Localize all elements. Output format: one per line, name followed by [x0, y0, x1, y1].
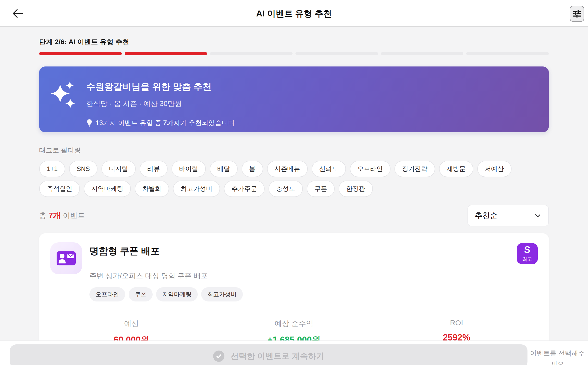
page-title: AI 이벤트 유형 추천	[0, 0, 588, 27]
event-tag: 오프라인	[89, 287, 125, 301]
event-title: 명함형 쿠폰 배포	[89, 245, 243, 257]
progress-segment-3	[210, 52, 293, 55]
lightbulb-icon	[86, 119, 93, 127]
contact-card-icon	[57, 251, 76, 265]
event-count-number: 7개	[49, 211, 61, 220]
chevron-down-icon	[534, 212, 541, 219]
filter-tag[interactable]: 저예산	[477, 161, 512, 177]
continue-button-label: 선택한 이벤트로 계속하기	[231, 351, 324, 362]
stat-label: 예산	[50, 319, 213, 329]
event-card-head: 명함형 쿠폰 배포 주변 상가/오피스 대상 명함 쿠폰 배포 오프라인 쿠폰 …	[50, 242, 538, 301]
header: AI 이벤트 유형 추천	[0, 0, 588, 27]
progress-segment-5	[381, 52, 464, 55]
progress-bar	[39, 52, 549, 55]
event-tag: 최고가성비	[201, 287, 243, 301]
filter-tag[interactable]: 추가주문	[224, 181, 265, 197]
main-content: 단계 2/6: AI 이벤트 유형 추천 수원왕갈비님을 위한 맞춤 추천 한식…	[0, 27, 588, 363]
filter-tag[interactable]: 시즌메뉴	[267, 161, 308, 177]
grade-label: 최고	[522, 256, 532, 262]
filter-label: 태그로 필터링	[39, 146, 549, 155]
event-tag: 지역마케팅	[156, 287, 198, 301]
filter-tag[interactable]: 디지털	[101, 161, 136, 177]
banner-info-text: 13가지 이벤트 유형 중 7가지가 추천되었습니다	[96, 118, 235, 127]
grade-badge: S 최고	[517, 243, 538, 264]
grade-letter: S	[524, 245, 530, 254]
filter-tag[interactable]: 1+1	[39, 161, 65, 177]
stat-label: 예상 순수익	[213, 319, 375, 329]
bottom-bar: 선택한 이벤트로 계속하기 이벤트를 선택해주세요	[0, 340, 588, 365]
filter-tag[interactable]: 봄	[242, 161, 263, 177]
filter-tag[interactable]: 재방문	[439, 161, 473, 177]
event-card-body: 명함형 쿠폰 배포 주변 상가/오피스 대상 명함 쿠폰 배포 오프라인 쿠폰 …	[89, 242, 243, 301]
progress-segment-6	[466, 52, 549, 55]
event-tag: 쿠폰	[129, 287, 153, 301]
filter-tag[interactable]: 차별화	[135, 181, 169, 197]
progress-segment-4	[295, 52, 378, 55]
filter-tag[interactable]: 오프라인	[350, 161, 391, 177]
continue-button[interactable]: 선택한 이벤트로 계속하기	[10, 344, 527, 365]
event-tag-list: 오프라인 쿠폰 지역마케팅 최고가성비	[89, 287, 243, 301]
filter-tag[interactable]: 충성도	[269, 181, 303, 197]
filter-tag[interactable]: 장기전략	[394, 161, 435, 177]
filter-tag-list: 1+1 SNS 디지털 리뷰 바이럴 배달 봄 시즌메뉴 신뢰도 오프라인 장기…	[39, 161, 550, 197]
banner-info: 13가지 이벤트 유형 중 7가지가 추천되었습니다	[86, 118, 235, 127]
recommendation-banner: 수원왕갈비님을 위한 맞춤 추천 한식당 · 봄 시즌 · 예산 30만원 13…	[39, 66, 549, 132]
filter-tag[interactable]: 바이럴	[172, 161, 206, 177]
event-icon-tile	[50, 242, 82, 274]
filter-settings-button[interactable]	[570, 6, 584, 22]
selection-hint: 이벤트를 선택해주세요	[527, 348, 588, 365]
sort-dropdown[interactable]: 추천순	[467, 205, 549, 226]
banner-subtitle: 한식당 · 봄 시즌 · 예산 30만원	[86, 99, 235, 109]
filter-tag[interactable]: 한정판	[339, 181, 373, 197]
results-row: 총 7개 이벤트 추천순	[39, 205, 549, 226]
filter-tag[interactable]: SNS	[69, 161, 97, 177]
filter-tag[interactable]: 배달	[210, 161, 238, 177]
filter-tag[interactable]: 지역마케팅	[84, 181, 131, 197]
screen: AI 이벤트 유형 추천 단계 2/6: AI 이벤트 유형 추천	[0, 0, 588, 365]
filter-tag[interactable]: 신뢰도	[312, 161, 346, 177]
filter-tag[interactable]: 쿠폰	[307, 181, 335, 197]
progress-segment-1	[39, 52, 122, 55]
check-circle-icon	[213, 351, 224, 362]
event-description: 주변 상가/오피스 대상 명함 쿠폰 배포	[89, 271, 243, 281]
sparkles-icon	[51, 79, 80, 111]
event-count: 총 7개 이벤트	[39, 210, 85, 221]
banner-text: 수원왕갈비님을 위한 맞춤 추천 한식당 · 봄 시즌 · 예산 30만원 13…	[86, 77, 235, 127]
filter-tag[interactable]: 즉석할인	[39, 181, 80, 197]
banner-title: 수원왕갈비님을 위한 맞춤 추천	[86, 81, 235, 93]
stat-label: ROI	[375, 319, 538, 327]
sort-dropdown-value: 추천순	[475, 210, 498, 221]
step-label: 단계 2/6: AI 이벤트 유형 추천	[39, 37, 549, 47]
sliders-icon	[572, 9, 582, 19]
progress-segment-2	[125, 52, 207, 55]
filter-tag[interactable]: 최고가성비	[173, 181, 220, 197]
filter-tag[interactable]: 리뷰	[140, 161, 168, 177]
